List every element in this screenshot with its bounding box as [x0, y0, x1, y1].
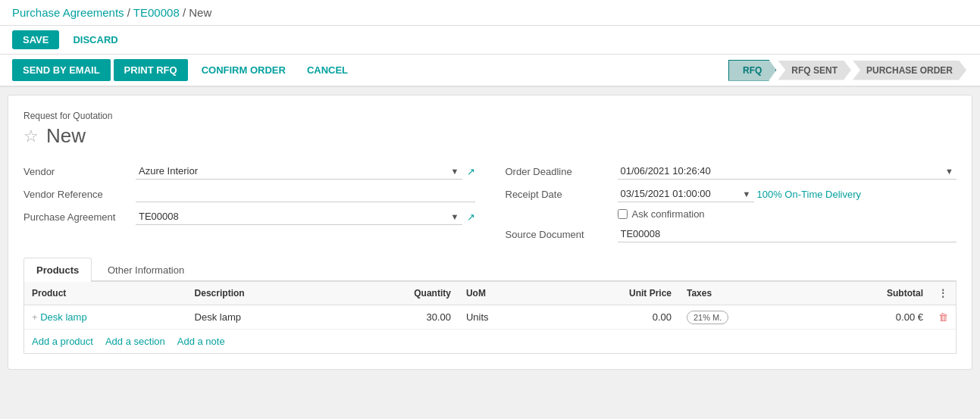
- products-table: Product Description Quantity UoM Unit Pr…: [24, 282, 956, 330]
- source-document-field: [618, 226, 957, 242]
- products-table-container: Product Description Quantity UoM Unit Pr…: [23, 282, 957, 354]
- form-left: Vendor ▼ ↗ Vendor Reference Purchase Agr…: [23, 163, 475, 242]
- add-section-link[interactable]: Add a section: [105, 336, 165, 347]
- add-note-link[interactable]: Add a note: [177, 336, 225, 347]
- form-section-label: Request for Quotation: [23, 111, 957, 121]
- main-content: Request for Quotation ☆ New Vendor ▼ ↗ V…: [8, 95, 972, 370]
- receipt-date-row: Receipt Date ▼ 100% On-Time Delivery: [506, 186, 957, 202]
- row-unit-price: 0.00: [546, 305, 679, 330]
- source-document-input[interactable]: [618, 226, 957, 242]
- row-description: Desk lamp: [187, 305, 338, 330]
- tabs-container: Products Other Information: [23, 258, 957, 282]
- discard-button[interactable]: DISCARD: [65, 30, 125, 49]
- breadcrumb-sep1: /: [127, 6, 133, 19]
- status-rfq: RFQ: [728, 60, 776, 81]
- vendor-label: Vendor: [23, 166, 130, 177]
- receipt-date-field: ▼ 100% On-Time Delivery: [618, 186, 957, 202]
- order-deadline-field: ▼: [618, 163, 957, 180]
- breadcrumb: Purchase Agreements / TE00008 / New: [12, 6, 211, 19]
- vendor-field: ▼ ↗: [136, 163, 475, 180]
- col-taxes: Taxes: [679, 282, 811, 305]
- ask-confirmation-label: Ask confirmation: [632, 208, 705, 220]
- order-deadline-select-wrapper: ▼: [618, 163, 957, 180]
- row-subtotal: 0.00 €: [811, 305, 931, 330]
- form-grid: Vendor ▼ ↗ Vendor Reference Purchase Agr…: [23, 163, 957, 242]
- on-time-delivery-link[interactable]: 100% On-Time Delivery: [757, 189, 862, 200]
- row-taxes: 21% M.: [679, 305, 811, 330]
- ask-confirmation-field: Ask confirmation: [618, 208, 705, 220]
- col-unit-price: Unit Price: [546, 282, 679, 305]
- status-pipeline: RFQ RFQ SENT PURCHASE ORDER: [728, 60, 968, 81]
- purchase-agreement-field: ▼ ↗: [136, 208, 475, 225]
- order-deadline-label: Order Deadline: [506, 166, 612, 177]
- drag-handle-icon[interactable]: +: [32, 311, 38, 323]
- row-delete: 🗑: [931, 305, 956, 330]
- ask-confirmation-row: Ask confirmation: [506, 208, 957, 220]
- favorite-star-icon[interactable]: ☆: [23, 127, 39, 146]
- add-product-link[interactable]: Add a product: [32, 336, 93, 347]
- table-row: + Desk lamp Desk lamp 30.00 Units 0.00 2…: [24, 305, 956, 330]
- cancel-button[interactable]: CANCEL: [296, 59, 358, 81]
- breadcrumb-sep2: /: [183, 6, 189, 19]
- col-menu[interactable]: ⋮: [931, 282, 956, 305]
- ask-confirmation-checkbox[interactable]: [618, 209, 628, 219]
- vendor-external-link-icon[interactable]: ↗: [467, 166, 475, 177]
- tab-other-information[interactable]: Other Information: [95, 258, 197, 282]
- breadcrumb-part3: New: [189, 6, 211, 19]
- receipt-date-label: Receipt Date: [506, 189, 612, 200]
- vendor-select-wrapper: ▼: [136, 163, 462, 180]
- vendor-input[interactable]: [136, 163, 462, 180]
- vendor-ref-label: Vendor Reference: [23, 189, 130, 200]
- vendor-ref-input[interactable]: [136, 186, 475, 202]
- confirm-order-button[interactable]: CONFIRM ORDER: [191, 59, 296, 81]
- tax-badge: 21% M.: [687, 311, 728, 324]
- vendor-ref-row: Vendor Reference: [23, 186, 475, 202]
- col-quantity: Quantity: [338, 282, 459, 305]
- breadcrumb-part2[interactable]: TE00008: [133, 6, 180, 19]
- print-rfq-button[interactable]: PRINT RFQ: [114, 59, 188, 81]
- row-uom: Units: [459, 305, 546, 330]
- col-subtotal: Subtotal: [811, 282, 931, 305]
- purchase-agreement-input[interactable]: [136, 208, 462, 225]
- save-button[interactable]: SAVE: [12, 30, 59, 49]
- row-description-text: Desk lamp: [195, 311, 241, 323]
- vendor-ref-field: [136, 186, 475, 202]
- add-links-row: Add a product Add a section Add a note: [24, 330, 956, 353]
- action-bar: SAVE DISCARD: [0, 26, 980, 55]
- receipt-date-input[interactable]: [618, 186, 754, 202]
- product-name-link[interactable]: Desk lamp: [40, 311, 86, 323]
- column-menu-icon[interactable]: ⋮: [938, 288, 947, 299]
- table-header-row: Product Description Quantity UoM Unit Pr…: [24, 282, 956, 305]
- row-product: + Desk lamp: [24, 305, 187, 330]
- col-uom: UoM: [459, 282, 546, 305]
- form-title: New: [46, 124, 86, 148]
- source-document-label: Source Document: [506, 229, 612, 240]
- form-right: Order Deadline ▼ Receipt Date ▼ 100% On-…: [506, 163, 957, 242]
- col-product: Product: [24, 282, 187, 305]
- source-document-row: Source Document: [506, 226, 957, 242]
- receipt-date-select-wrapper: ▼: [618, 186, 754, 202]
- workflow-bar: SEND BY EMAIL PRINT RFQ CONFIRM ORDER CA…: [0, 55, 980, 87]
- col-description: Description: [187, 282, 338, 305]
- breadcrumb-bar: Purchase Agreements / TE00008 / New: [0, 0, 980, 26]
- status-rfq-sent: RFQ SENT: [778, 61, 851, 80]
- row-quantity: 30.00: [338, 305, 459, 330]
- purchase-agreement-external-link-icon[interactable]: ↗: [467, 211, 475, 223]
- send-by-email-button[interactable]: SEND BY EMAIL: [12, 59, 111, 81]
- status-purchase-order: PURCHASE ORDER: [853, 61, 966, 80]
- form-title-row: ☆ New: [23, 124, 957, 148]
- purchase-agreement-row: Purchase Agreement ▼ ↗: [23, 208, 475, 225]
- purchase-agreement-select-wrapper: ▼: [136, 208, 462, 225]
- vendor-row: Vendor ▼ ↗: [23, 163, 475, 180]
- purchase-agreement-label: Purchase Agreement: [23, 211, 130, 223]
- tab-products[interactable]: Products: [23, 258, 92, 282]
- delete-row-icon[interactable]: 🗑: [938, 311, 948, 323]
- order-deadline-row: Order Deadline ▼: [506, 163, 957, 180]
- order-deadline-input[interactable]: [618, 163, 957, 180]
- breadcrumb-part1[interactable]: Purchase Agreements: [12, 6, 124, 19]
